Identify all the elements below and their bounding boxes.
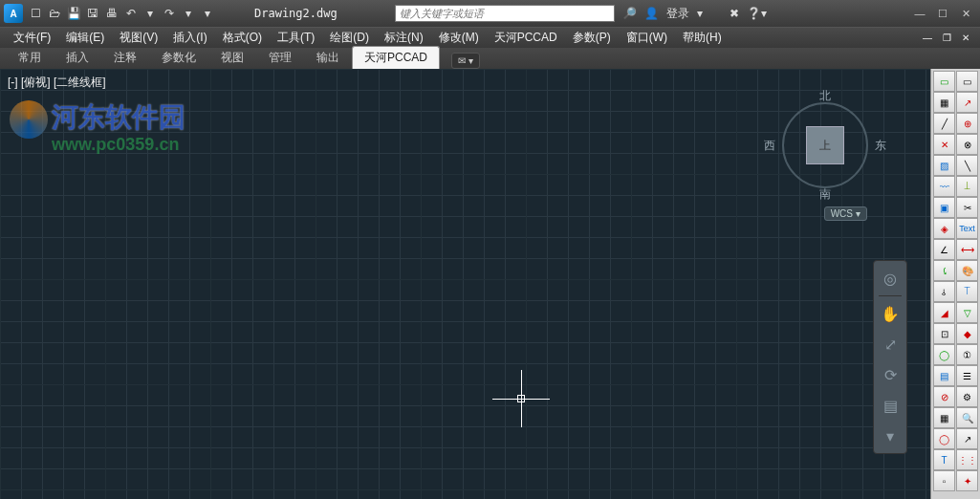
tool-screw2-icon[interactable]: ⟙ [956, 281, 978, 302]
menu-help[interactable]: 帮助(H) [675, 28, 730, 48]
menu-format[interactable]: 格式(O) [215, 28, 270, 48]
login-dd-icon[interactable]: ▾ [697, 7, 703, 20]
search-input[interactable] [395, 5, 615, 22]
tool-tol-icon[interactable]: ⊡ [933, 323, 955, 344]
undo-icon[interactable]: ↶ [122, 5, 140, 22]
tool-screw-icon[interactable]: ⟘ [956, 176, 978, 197]
tab-manage[interactable]: 管理 [256, 46, 304, 69]
tool-intersect-icon[interactable]: ⊗ [956, 134, 978, 155]
tool-scissors-icon[interactable]: ✂ [956, 197, 978, 218]
tool-break-icon[interactable]: ⫰ [933, 281, 955, 302]
tool-last1-icon[interactable]: ▫ [933, 470, 955, 491]
tab-annotate[interactable]: 注释 [101, 46, 149, 69]
tool-line-icon[interactable]: ╱ [933, 113, 955, 134]
tool-bluebox-icon[interactable]: ▣ [933, 197, 955, 218]
doc-close-button[interactable]: ✕ [957, 31, 974, 46]
viewcube-north[interactable]: 北 [819, 88, 831, 104]
wcs-label[interactable]: WCS ▾ [824, 206, 867, 221]
tool-rough-icon[interactable]: ▽ [956, 302, 978, 323]
login-button[interactable]: 登录 [666, 6, 689, 22]
tab-pccad[interactable]: 天河PCCAD [352, 46, 440, 69]
tool-center-icon[interactable]: ⊕ [956, 113, 978, 134]
doc-minimize-button[interactable]: — [919, 31, 936, 46]
tool-section-icon[interactable]: ▦ [933, 407, 955, 428]
steering-wheel-icon[interactable]: ◎ [877, 265, 904, 292]
tool-text-icon[interactable]: Text [956, 218, 978, 239]
saveas-icon[interactable]: 🖫 [84, 5, 101, 22]
tool-arrow2-icon[interactable]: ↗ [956, 428, 978, 449]
zoom-extents-icon[interactable]: ⤢ [877, 331, 904, 358]
menu-window[interactable]: 窗口(W) [619, 28, 675, 48]
tool-last2-icon[interactable]: ✦ [956, 470, 978, 491]
tool-gear-icon[interactable]: ⚙ [956, 386, 978, 407]
tool-paint-icon[interactable]: 🎨 [956, 260, 978, 281]
tool-green7-icon[interactable]: ⤹ [933, 260, 955, 281]
save-icon[interactable]: 💾 [65, 5, 82, 22]
tab-parametric[interactable]: 参数化 [149, 46, 208, 69]
tool-box-icon[interactable]: ▭ [956, 71, 978, 92]
menu-edit[interactable]: 编辑(E) [58, 28, 112, 48]
menu-modify[interactable]: 修改(M) [431, 28, 487, 48]
orbit-icon[interactable]: ⟳ [877, 361, 904, 388]
close-button[interactable]: ✕ [955, 5, 976, 22]
open-icon[interactable]: 🗁 [46, 5, 63, 22]
viewcube-west[interactable]: 西 [764, 138, 775, 154]
tool-angle-icon[interactable]: ∠ [933, 239, 955, 260]
doc-restore-button[interactable]: ❐ [938, 31, 955, 46]
tool-balloon-icon[interactable]: ① [956, 344, 978, 365]
tool-weld-icon[interactable]: ◢ [933, 302, 955, 323]
menu-param[interactable]: 参数(P) [565, 28, 619, 48]
tool-box-green-icon[interactable]: ▭ [933, 71, 955, 92]
nav-more-icon[interactable]: ▾ [877, 423, 904, 449]
menu-insert[interactable]: 插入(I) [165, 28, 214, 48]
menu-pccad[interactable]: 天河PCCAD [487, 28, 565, 48]
qat-more-icon[interactable]: ▾ [199, 5, 216, 22]
tool-datum-icon[interactable]: ◆ [956, 323, 978, 344]
tool-dim-icon[interactable]: ⟷ [956, 239, 978, 260]
tool-pattern-icon[interactable]: ⋮⋮ [956, 449, 978, 470]
tool-bom-icon[interactable]: ☰ [956, 365, 978, 386]
redo-dd-icon[interactable]: ▾ [180, 5, 197, 22]
user-icon[interactable]: 👤 [644, 7, 659, 20]
tool-hole-icon[interactable]: ⊘ [933, 386, 955, 407]
viewcube-south[interactable]: 南 [819, 186, 831, 203]
tool-list-icon[interactable]: ▤ [933, 365, 955, 386]
tool-target-icon[interactable]: ◈ [933, 218, 955, 239]
viewport-label[interactable]: [-] [俯视] [二维线框] [8, 75, 106, 91]
tool-wave-icon[interactable]: 〰 [933, 176, 955, 197]
tool-tag-icon[interactable]: ◯ [933, 344, 955, 365]
menu-tools[interactable]: 工具(T) [270, 28, 322, 48]
menu-view[interactable]: 视图(V) [112, 28, 165, 48]
menu-file[interactable]: 文件(F) [6, 28, 58, 48]
tool-t-icon[interactable]: T [933, 449, 955, 470]
viewcube-east[interactable]: 东 [875, 138, 886, 154]
help-icon[interactable]: ❔▾ [747, 7, 767, 20]
tool-arrow-red-icon[interactable]: ↗ [956, 92, 978, 113]
tool-table-icon[interactable]: ▦ [933, 92, 955, 113]
new-icon[interactable]: ☐ [27, 5, 44, 22]
minimize-button[interactable]: — [909, 5, 930, 22]
plot-icon[interactable]: 🖶 [103, 5, 120, 22]
app-icon[interactable]: A [4, 4, 23, 23]
maximize-button[interactable]: ☐ [932, 5, 953, 22]
undo-dd-icon[interactable]: ▾ [142, 5, 159, 22]
tool-circle-icon[interactable]: ◯ [933, 428, 955, 449]
tool-hatch-icon[interactable]: ▨ [933, 155, 955, 176]
tab-insert[interactable]: 插入 [54, 46, 101, 69]
tab-output[interactable]: 输出 [304, 46, 352, 69]
show-motion-icon[interactable]: ▤ [877, 392, 904, 419]
exchange-icon[interactable]: ✖ [730, 7, 739, 20]
tool-line2-icon[interactable]: ╲ [956, 155, 978, 176]
menu-draw[interactable]: 绘图(D) [322, 28, 377, 48]
drawing-canvas[interactable]: [-] [俯视] [二维线框] 上 北 南 东 西 WCS ▾ ◎ ✋ ⤢ ⟳ … [0, 69, 930, 499]
tab-home[interactable]: 常用 [6, 46, 54, 69]
view-cube[interactable]: 上 北 南 东 西 [777, 98, 873, 193]
ribbon-panel-button[interactable]: ✉ ▾ [451, 53, 480, 69]
tool-mag-icon[interactable]: 🔍 [956, 407, 978, 428]
tool-redx-icon[interactable]: ✕ [933, 134, 955, 155]
tab-view[interactable]: 视图 [208, 46, 256, 69]
redo-icon[interactable]: ↷ [161, 5, 178, 22]
menu-dim[interactable]: 标注(N) [377, 28, 431, 48]
pan-icon[interactable]: ✋ [877, 300, 904, 327]
binoculars-icon[interactable]: 🔎 [622, 7, 637, 20]
